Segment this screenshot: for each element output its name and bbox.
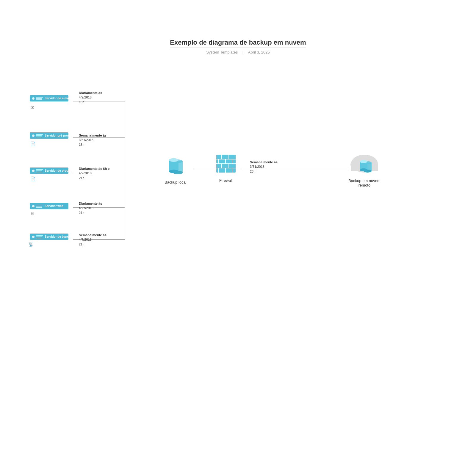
web-icon: 🖥	[30, 211, 35, 216]
banco-icon: 📡	[28, 242, 33, 247]
subtitle-right: April 3, 2025	[248, 50, 270, 54]
remote-backup-label: Backup em nuvem remoto	[348, 178, 381, 187]
conn-label-web: Diariamente às 4/27/2018 21h	[79, 201, 102, 215]
server-web: Servidor web 🖥	[30, 203, 68, 209]
page-title: Exemplo de diagrama de backup em nuvem	[170, 39, 306, 48]
page-title-area: Exemplo de diagrama de backup em nuvem S…	[0, 0, 476, 54]
server-preprod: Servidor pré-prod 📄	[30, 132, 68, 139]
svg-point-15	[169, 158, 178, 162]
preprod-icon: 📄	[30, 141, 35, 146]
remote-backup-node: Backup em nuvem remoto	[348, 150, 381, 187]
svg-point-40	[360, 168, 367, 171]
server-banco: Servidor de banco de dados 📡	[30, 234, 68, 240]
subtitle-left: System Templates	[206, 50, 238, 54]
backup-local-label: Backup local	[165, 180, 187, 184]
conn-label-banco: Semanalmente às 4/7/2018 21h	[79, 233, 107, 247]
server-producao: Servidor de produção 📄	[30, 167, 68, 174]
backup-local-node: Backup local	[164, 155, 187, 184]
svg-point-14	[169, 170, 178, 173]
subtitle-sep: |	[242, 50, 243, 54]
page-subtitle: System Templates | April 3, 2025	[0, 50, 476, 54]
svg-point-41	[360, 160, 367, 163]
conn-label-producao: Diariamente às 6h e 4/2/2018 21h	[79, 167, 109, 180]
conn-label-remote: Semanalmente às 3/31/2018 23h	[250, 160, 278, 174]
producao-icon: 📄	[30, 176, 35, 181]
server-email: Servidor de e-mail ✉	[30, 95, 68, 101]
diagram: Servidor de e-mail ✉ Diariamente às 4/2/…	[15, 74, 461, 283]
conn-label-email: Diariamente às 4/2/2018 18h	[79, 91, 102, 104]
firewall-label: Firewall	[215, 178, 237, 183]
email-icon: ✉	[30, 105, 34, 110]
conn-label-preprod: Semanalmente às 3/31/2018 18h	[79, 133, 107, 147]
firewall-node: Firewall	[215, 153, 237, 183]
